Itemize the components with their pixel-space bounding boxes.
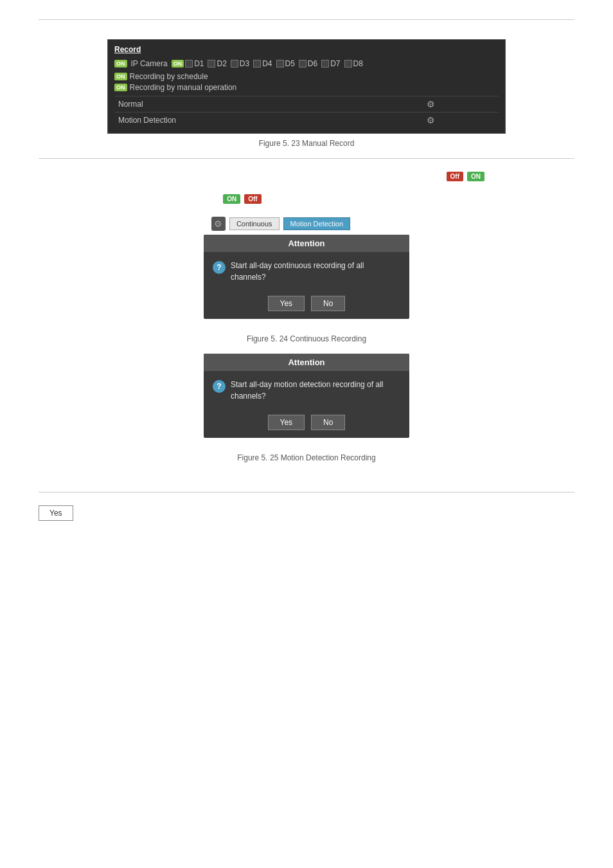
ip-camera-badge-on: ON — [114, 60, 127, 68]
channel-d1-block: ON D1 — [172, 59, 204, 68]
d2-checkbox[interactable] — [208, 60, 215, 68]
question-icon-24: ? — [213, 261, 226, 274]
attention-body-25: ? Start all-day motion detection recordi… — [204, 371, 409, 410]
bottom-on-button[interactable]: ON — [223, 194, 240, 204]
yes-button-24[interactable]: Yes — [268, 296, 305, 311]
section-middle: Off ON ON Off ⚙ Continuous Motion Detect… — [39, 165, 574, 485]
d5-label: D5 — [285, 59, 295, 68]
question-icon-25: ? — [213, 380, 226, 393]
camera-row: ON IP Camera ON D1 D2 D3 D4 — [114, 59, 499, 68]
manual-badge: ON — [114, 84, 127, 92]
record-panel-title: Record — [114, 45, 499, 54]
yes-button-25[interactable]: Yes — [268, 415, 305, 430]
d2-label: D2 — [217, 59, 226, 68]
normal-gear[interactable]: ⚙ — [423, 96, 499, 113]
d7-label: D7 — [330, 59, 340, 68]
d4-label: D4 — [262, 59, 272, 68]
bottom-toggle-row: ON Off — [39, 194, 574, 204]
d1-label: D1 — [194, 59, 204, 68]
ip-camera-label: IP Camera — [131, 59, 168, 68]
motion-detection-gear[interactable]: ⚙ — [423, 113, 499, 129]
top-toggle-row: Off ON — [39, 172, 574, 181]
no-button-25[interactable]: No — [311, 415, 345, 430]
normal-row: Normal ⚙ — [114, 96, 499, 113]
section-23: Record ON IP Camera ON D1 D2 D3 — [39, 39, 574, 148]
d3-checkbox[interactable] — [231, 60, 238, 68]
figure-25-caption: Figure 5. 25 Motion Detection Recording — [237, 453, 375, 462]
attention-box-24: Attention ? Start all-day continuous rec… — [204, 235, 409, 319]
normal-label: Normal — [114, 96, 423, 113]
manual-label: Recording by manual operation — [130, 83, 237, 92]
attention-box-25: Attention ? Start all-day motion detecti… — [204, 354, 409, 438]
d3-label: D3 — [240, 59, 249, 68]
d6-checkbox[interactable] — [299, 60, 306, 68]
channel-d2-block: D2 — [208, 59, 226, 68]
attention-body-24: ? Start all-day continuous recording of … — [204, 252, 409, 291]
attention-title-24: Attention — [204, 235, 409, 252]
gear-circle-icon[interactable]: ⚙ — [211, 217, 226, 231]
channel-d6-block: D6 — [299, 59, 317, 68]
channel-d7-block: D7 — [321, 59, 340, 68]
continuous-header: ⚙ Continuous Motion Detection — [211, 217, 402, 231]
channel-d5-block: D5 — [276, 59, 295, 68]
figure-24-caption: Figure 5. 24 Continuous Recording — [247, 334, 366, 343]
figure-23-caption: Figure 5. 23 Manual Record — [39, 139, 574, 148]
d8-checkbox[interactable] — [344, 60, 352, 68]
attention-buttons-24: Yes No — [204, 291, 409, 319]
d4-checkbox[interactable] — [253, 60, 261, 68]
bottom-off-button[interactable]: Off — [244, 194, 261, 204]
record-panel: Record ON IP Camera ON D1 D2 D3 — [107, 39, 506, 134]
page-container: Record ON IP Camera ON D1 D2 D3 — [0, 0, 613, 547]
schedule-badge: ON — [114, 73, 127, 81]
channel-d8-block: D8 — [344, 59, 363, 68]
divider-23-24 — [39, 158, 574, 159]
tab-continuous-button[interactable]: Continuous — [229, 217, 280, 230]
d6-label: D6 — [308, 59, 317, 68]
top-off-button[interactable]: Off — [447, 172, 463, 181]
tab-motion-button[interactable]: Motion Detection — [283, 217, 351, 230]
d5-checkbox[interactable] — [276, 60, 284, 68]
top-on-button[interactable]: ON — [467, 172, 484, 181]
schedule-label: Recording by schedule — [130, 72, 208, 81]
yes-standalone-button[interactable]: Yes — [39, 505, 73, 521]
channel-d3-block: D3 — [231, 59, 249, 68]
d1-badge: ON — [172, 60, 184, 68]
divider-bottom — [39, 492, 574, 493]
attention-buttons-25: Yes No — [204, 410, 409, 438]
bottom-section: Yes — [39, 505, 574, 521]
no-button-24[interactable]: No — [311, 296, 345, 311]
motion-detection-label: Motion Detection — [114, 113, 423, 129]
attention-text-25: Start all-day motion detection recording… — [231, 379, 400, 402]
record-table: Normal ⚙ Motion Detection ⚙ — [114, 96, 499, 128]
d1-checkbox[interactable] — [185, 60, 193, 68]
section-24: ⚙ Continuous Motion Detection Attention … — [39, 217, 574, 473]
attention-title-25: Attention — [204, 354, 409, 371]
top-divider — [39, 19, 574, 20]
d7-checkbox[interactable] — [321, 60, 329, 68]
schedule-row: ON Recording by schedule — [114, 72, 499, 81]
motion-detection-row: Motion Detection ⚙ — [114, 113, 499, 129]
d8-label: D8 — [353, 59, 363, 68]
manual-row: ON Recording by manual operation — [114, 83, 499, 92]
attention-text-24: Start all-day continuous recording of al… — [231, 260, 400, 283]
channel-d4-block: D4 — [253, 59, 272, 68]
